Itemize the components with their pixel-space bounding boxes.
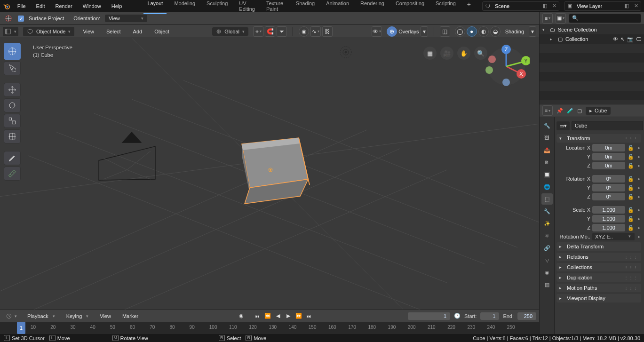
properties-context-name[interactable]: ▸ Cube — [586, 107, 611, 115]
anim-dot-icon[interactable]: ● — [636, 155, 641, 159]
lock-icon[interactable]: 🔓 — [627, 207, 635, 213]
tab-uvediting[interactable]: UV Editing — [233, 0, 261, 14]
section-motion[interactable]: ▸Motion Paths⋮⋮⋮ — [557, 284, 641, 292]
pivot-dropdown[interactable]: ⌖▾ — [253, 26, 263, 37]
prop-value-field[interactable]: 1.000 — [592, 215, 625, 223]
shading-dropdown[interactable]: ▾ — [529, 26, 536, 37]
ptab-data[interactable]: ▽ — [541, 255, 553, 266]
ptab-scene[interactable]: 🔲 — [541, 169, 553, 180]
tool-select-box[interactable] — [4, 61, 21, 75]
anim-dot-icon[interactable]: ● — [636, 226, 641, 230]
editor-type-dropdown[interactable]: ▾ — [3, 27, 18, 36]
section-delta[interactable]: ▸Delta Transform — [557, 242, 641, 251]
menu-t-marker[interactable]: Marker — [119, 311, 142, 321]
ptab-object[interactable]: ⬚ — [541, 193, 553, 205]
tab-layout[interactable]: Layout — [142, 0, 168, 14]
mode-dropdown[interactable]: Object Mode ▾ — [23, 27, 74, 36]
nav-grid-icon[interactable]: ▦ — [423, 47, 437, 60]
eye-icon[interactable]: 👁 — [613, 36, 618, 42]
cursor-icon[interactable]: ↖ — [620, 36, 625, 42]
timeline-editor-dropdown[interactable]: ▾ — [3, 311, 20, 321]
prop-value-field[interactable]: 0m — [592, 153, 625, 160]
nav-gizmo[interactable]: X Y Z — [483, 43, 530, 90]
menu-t-view[interactable]: View — [96, 311, 115, 321]
lock-icon[interactable]: 🔓 — [627, 163, 635, 169]
transform-orient-dropdown[interactable]: Global ▾ — [212, 27, 248, 36]
outliner-collection[interactable]: ▸ ▢ Collection 👁 ↖ 📷 🖵 — [540, 34, 644, 44]
outliner-search-input[interactable]: 🔍 — [569, 14, 641, 23]
viewlayer-browse-icon[interactable]: ◧ — [622, 3, 631, 9]
collapse-icon[interactable]: ▾ — [559, 136, 564, 141]
anim-dot-icon[interactable]: ● — [636, 177, 641, 181]
nav-pan-icon[interactable]: ✋ — [457, 47, 470, 60]
tab-modeling[interactable]: Modeling — [168, 0, 201, 14]
scene-name[interactable]: Scene — [493, 3, 540, 9]
lock-icon[interactable]: 🔓 — [627, 216, 635, 222]
outliner-scene-collection[interactable]: ▾ 🗀 Scene Collection — [540, 25, 644, 34]
section-transform[interactable]: ▾ Transform ⋮⋮⋮ — [557, 134, 641, 143]
start-frame-field[interactable]: 1 — [480, 312, 499, 320]
tab-scripting[interactable]: Scripting — [430, 0, 461, 14]
cursor-tool-icon[interactable] — [4, 14, 13, 23]
ptab-particles[interactable]: ✨ — [541, 218, 553, 229]
menu-v-select[interactable]: Select — [103, 27, 125, 36]
grip-icon[interactable]: ⋮⋮⋮ — [624, 136, 638, 141]
object-visibility-dropdown[interactable]: 👁▾ — [372, 26, 382, 37]
anim-dot-icon[interactable]: ● — [636, 235, 641, 239]
anim-dot-icon[interactable]: ● — [636, 186, 641, 190]
surface-project-checkbox[interactable]: ✓ — [18, 16, 24, 22]
outliner-editor-dropdown[interactable]: ≡▾ — [542, 13, 553, 24]
play-rev-icon[interactable]: ◀ — [274, 312, 282, 320]
scene-browse-icon[interactable]: ◧ — [540, 3, 549, 9]
tab-shading[interactable]: Shading — [290, 0, 320, 14]
menu-v-object[interactable]: Object — [151, 27, 173, 36]
key-prev-icon[interactable]: ⏪ — [263, 312, 272, 320]
tool-scale[interactable] — [4, 114, 21, 128]
prop-value-field[interactable]: 0° — [592, 184, 625, 191]
anim-dot-icon[interactable]: ● — [636, 195, 641, 199]
anim-dot-icon[interactable]: ● — [636, 217, 641, 221]
play-fwd-icon[interactable]: ▶ — [284, 312, 293, 320]
menu-v-add[interactable]: Add — [129, 27, 146, 36]
rotmode-dropdown[interactable]: XYZ E..▾ — [592, 233, 635, 240]
tab-rendering[interactable]: Rendering — [355, 0, 390, 14]
menu-render[interactable]: Render — [51, 1, 77, 11]
tool-rotate[interactable] — [4, 98, 21, 112]
tool-annotate[interactable] — [4, 151, 21, 165]
jump-start-icon[interactable]: ⏮ — [253, 312, 262, 320]
shading-rendered[interactable]: ◒ — [490, 26, 501, 37]
prop-value-field[interactable]: 0m — [592, 144, 625, 151]
timeline-playhead[interactable]: 1 — [17, 322, 25, 334]
section-relations[interactable]: ▸Relations⋮⋮⋮ — [557, 253, 641, 261]
menu-file[interactable]: File — [13, 1, 31, 11]
pin-icon[interactable]: 📌 — [557, 108, 563, 114]
lock-icon[interactable]: 🔓 — [627, 194, 635, 200]
gizmo-toggle[interactable]: ⊕ — [387, 26, 397, 37]
scene-field[interactable]: ❍ Scene ◧ ✕ — [482, 1, 559, 11]
shading-wire[interactable]: ◯ — [455, 26, 465, 37]
link-icon[interactable]: ▢ — [577, 108, 582, 114]
cube-object[interactable] — [242, 138, 310, 204]
properties-editor-dropdown[interactable]: ≡▾ — [542, 105, 553, 116]
anim-dot-icon[interactable]: ● — [636, 164, 641, 168]
tab-compositing[interactable]: Compositing — [390, 0, 430, 14]
disable-icon[interactable]: 🖵 — [636, 36, 641, 42]
ptab-render[interactable]: 🖼 — [541, 132, 553, 143]
menu-playback[interactable]: Playback▾ — [24, 311, 59, 321]
prop-value-field[interactable]: 1.000 — [592, 224, 625, 231]
viewlayer-name[interactable]: View Layer — [575, 3, 622, 9]
shading-lookdev[interactable]: ◐ — [478, 26, 489, 37]
scene-close-icon[interactable]: ✕ — [549, 3, 559, 9]
dropper-icon[interactable]: 🧪 — [567, 108, 573, 114]
outliner-tree[interactable]: ▾ 🗀 Scene Collection ▸ ▢ Collection 👁 ↖ … — [540, 25, 644, 104]
viewlayer-field[interactable]: ▣ View Layer ◧ ✕ — [564, 1, 641, 11]
ptab-material[interactable]: ◉ — [541, 267, 553, 278]
tab-add[interactable]: + — [461, 0, 477, 14]
light-object[interactable] — [340, 47, 351, 58]
shading-solid[interactable]: ● — [467, 26, 477, 37]
section-duplication[interactable]: ▸Duplication⋮⋮⋮ — [557, 273, 641, 282]
lock-icon[interactable]: 🔓 — [627, 185, 635, 191]
ptab-modifiers[interactable]: 🔧 — [541, 206, 553, 217]
clock-icon[interactable]: 🕑 — [454, 313, 461, 319]
prop-value-field[interactable]: 0m — [592, 162, 625, 169]
